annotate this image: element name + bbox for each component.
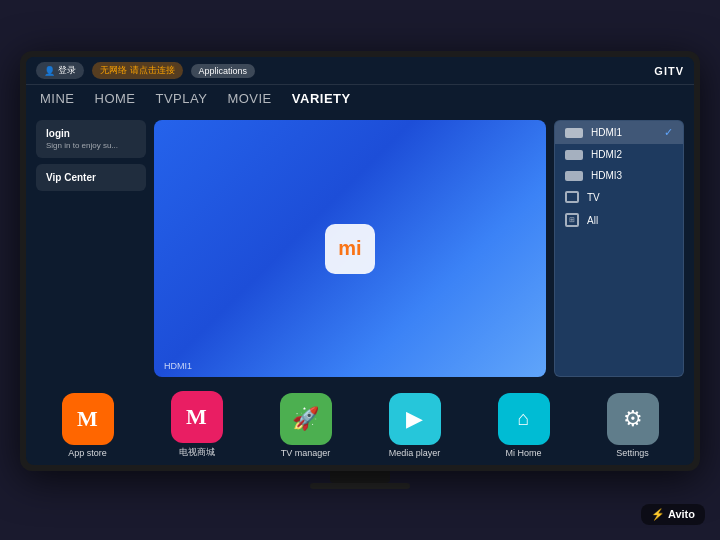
- login-card[interactable]: login Sign in to enjoy su...: [36, 120, 146, 158]
- mi-home-icon: ⌂: [498, 393, 550, 445]
- hdmi3-label: HDMI3: [591, 170, 622, 181]
- mi-shop-icon: M: [171, 391, 223, 443]
- hdmi-option-tv[interactable]: TV: [555, 186, 683, 208]
- main-content: login Sign in to enjoy su... Vip Center …: [26, 112, 694, 385]
- app-item-media-player[interactable]: ▶ Media player: [380, 393, 450, 458]
- hdmi1-label: HDMI1: [591, 127, 622, 138]
- login-label: 登录: [58, 64, 76, 77]
- media-player-label: Media player: [389, 448, 441, 458]
- hdmi2-label: HDMI2: [591, 149, 622, 160]
- hdmi2-icon: [565, 150, 583, 160]
- hdmi-option-hdmi3[interactable]: HDMI3: [555, 165, 683, 186]
- top-bar: 👤 登录 无网络 请点击连接 Applications GITV: [26, 57, 694, 85]
- tv-frame: 👤 登录 无网络 请点击连接 Applications GITV MIN: [20, 51, 700, 471]
- vip-card-title: Vip Center: [46, 172, 136, 183]
- avito-watermark: ⚡ Avito: [641, 504, 705, 525]
- tv-manager-icon: 🚀: [280, 393, 332, 445]
- nav-item-tvplay[interactable]: TVPLAY: [156, 91, 208, 106]
- mi-home-label: Mi Home: [505, 448, 541, 458]
- nav-item-movie[interactable]: MOVIE: [227, 91, 271, 106]
- tv-manager-label: TV manager: [281, 448, 331, 458]
- hdmi-option-hdmi1[interactable]: HDMI1 ✓: [555, 121, 683, 144]
- settings-label: Settings: [616, 448, 649, 458]
- screen-content: 👤 登录 无网络 请点击连接 Applications GITV MIN: [26, 57, 694, 465]
- tv-icon: [565, 191, 579, 203]
- app-item-mi-shop[interactable]: M 电视商城: [162, 391, 232, 459]
- nav-item-variety[interactable]: VARIETY: [292, 91, 351, 106]
- center-panel: mi HDMI1: [154, 120, 546, 377]
- login-button[interactable]: 👤 登录: [36, 62, 84, 79]
- hdmi-option-all[interactable]: ⊞ All: [555, 208, 683, 232]
- hdmi3-icon: [565, 171, 583, 181]
- mi-logo-text: mi: [338, 237, 361, 260]
- app-store-icon: M: [62, 393, 114, 445]
- person-icon: 👤: [44, 66, 55, 76]
- app-item-app-store[interactable]: M App store: [53, 393, 123, 458]
- app-item-mi-home[interactable]: ⌂ Mi Home: [489, 393, 559, 458]
- tv-label: TV: [587, 192, 600, 203]
- all-icon: ⊞: [565, 213, 579, 227]
- hdmi1-icon: [565, 128, 583, 138]
- avito-text: Avito: [668, 508, 695, 520]
- check-icon: ✓: [664, 126, 673, 139]
- mi-logo: mi: [325, 224, 375, 274]
- left-sidebar: login Sign in to enjoy su... Vip Center: [36, 120, 146, 377]
- app-store-label: App store: [68, 448, 107, 458]
- hdmi-dropdown[interactable]: HDMI1 ✓ HDMI2 HDMI3 T: [554, 120, 684, 377]
- tv-outer-frame: 👤 登录 无网络 请点击连接 Applications GITV MIN: [20, 51, 700, 489]
- tv-base: [310, 483, 410, 489]
- hdmi-center-label: HDMI1: [164, 361, 192, 371]
- all-label: All: [587, 215, 598, 226]
- applications-tab[interactable]: Applications: [191, 64, 256, 78]
- settings-icon: ⚙: [607, 393, 659, 445]
- nav-item-mine[interactable]: MINE: [40, 91, 75, 106]
- avito-logo: ⚡: [651, 508, 665, 520]
- tv-screen: 👤 登录 无网络 请点击连接 Applications GITV MIN: [26, 57, 694, 465]
- login-card-subtitle: Sign in to enjoy su...: [46, 141, 136, 150]
- brand-logo: GITV: [654, 65, 684, 77]
- nav-bar: MINE HOME TVPLAY MOVIE VARIETY: [26, 85, 694, 112]
- tv-stand: [330, 471, 390, 483]
- app-item-tv-manager[interactable]: 🚀 TV manager: [271, 393, 341, 458]
- media-player-icon: ▶: [389, 393, 441, 445]
- mi-shop-label: 电视商城: [179, 446, 215, 459]
- wifi-status[interactable]: 无网络 请点击连接: [92, 62, 183, 79]
- app-item-settings[interactable]: ⚙ Settings: [598, 393, 668, 458]
- login-card-title: login: [46, 128, 136, 139]
- vip-card[interactable]: Vip Center: [36, 164, 146, 191]
- wifi-label: 无网络 请点击连接: [100, 65, 175, 75]
- apps-row: M App store M 电视商城 🚀 TV: [26, 385, 694, 465]
- applications-label: Applications: [199, 66, 248, 76]
- hdmi-option-hdmi2[interactable]: HDMI2: [555, 144, 683, 165]
- nav-item-home[interactable]: HOME: [95, 91, 136, 106]
